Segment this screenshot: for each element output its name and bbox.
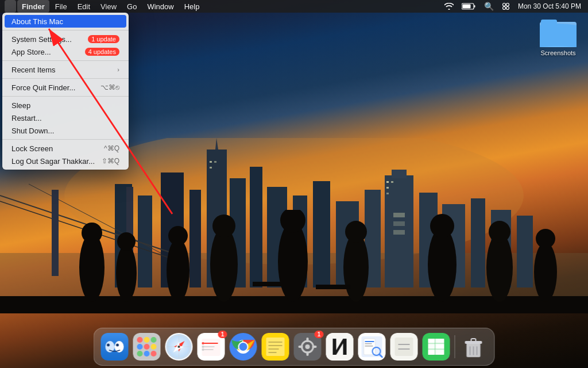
menubar-right: 🔍 Mon 30 Oct 5:40 PM [442,2,583,11]
dock-item-chrome[interactable] [229,332,258,362]
apple-menu-button[interactable] [5,0,16,13]
svg-rect-16 [392,170,407,178]
menubar-search[interactable]: 🔍 [482,2,496,11]
dock-item-preview[interactable] [357,332,387,362]
dock-item-notion[interactable] [325,332,355,362]
system-settings-badge: 1 [315,331,324,338]
menubar-go[interactable]: Go [122,0,141,13]
menubar-datetime[interactable]: Mon 30 Oct 5:40 PM [516,2,583,10]
preview-icon [358,333,386,361]
menu-item-app-store[interactable]: App Store... 4 updates [2,45,129,58]
svg-point-49 [345,221,367,243]
svg-point-107 [239,343,247,351]
svg-point-83 [151,344,157,350]
svg-point-50 [428,227,457,302]
menu-separator-5 [2,139,129,140]
svg-point-42 [167,239,189,302]
menu-item-force-quit[interactable]: Force Quit Finder... ⌥⌘⎋ [2,81,129,94]
svg-rect-126 [365,341,374,342]
menu-item-sleep[interactable]: Sleep [2,99,129,112]
svg-rect-132 [395,338,413,356]
system-settings-badge: 1 update [88,35,119,43]
menu-separator-3 [2,78,129,79]
svg-point-39 [82,223,102,243]
menu-item-shut-down[interactable]: Shut Down... [2,124,129,137]
menubar-finder[interactable]: Finder [17,0,49,13]
dock-item-trash[interactable] [459,332,489,362]
dock-item-numbers[interactable] [421,332,451,362]
menubar-wifi[interactable] [442,3,456,10]
svg-point-116 [305,344,310,349]
svg-rect-141 [428,350,435,355]
dock-item-reminders[interactable]: 1 [196,332,226,362]
svg-rect-117 [307,338,309,342]
dock-item-launchpad[interactable] [132,332,162,362]
svg-rect-128 [365,346,373,347]
svg-point-61 [502,3,505,6]
force-quit-shortcut: ⌥⌘⎋ [100,83,119,91]
menubar-edit[interactable]: Edit [73,0,95,13]
menu-item-lock-screen[interactable]: Lock Screen ^⌘Q [2,142,129,155]
notion-icon [326,333,354,361]
svg-rect-31 [214,161,216,163]
svg-point-51 [430,214,454,238]
svg-rect-34 [391,181,393,183]
folder-svg-icon [540,17,577,47]
svg-point-81 [137,344,143,350]
svg-rect-57 [253,282,293,286]
svg-rect-139 [428,344,435,349]
svg-rect-30 [210,161,212,163]
svg-point-53 [489,221,510,243]
dock-item-notes[interactable] [261,332,291,362]
svg-point-80 [151,337,157,343]
svg-rect-70 [541,20,557,26]
menubar-view[interactable]: View [96,0,121,13]
svg-point-52 [486,233,513,302]
svg-point-94 [178,346,180,348]
menu-item-about[interactable]: About This Mac [5,15,126,28]
svg-rect-96 [202,339,220,356]
reminders-badge: 1 [218,331,227,338]
notes-icon [262,333,289,361]
app-store-badge: 4 updates [85,48,119,56]
menu-separator-1 [2,30,129,30]
safari-icon [165,333,193,361]
svg-rect-32 [210,167,212,168]
svg-point-41 [117,232,136,251]
svg-rect-56 [316,285,350,289]
menubar-window[interactable]: Window [142,0,178,13]
menu-item-system-settings[interactable]: System Settings... 1 update [2,33,129,45]
menu-separator-4 [2,96,129,97]
dock-item-generic1[interactable] [389,332,419,362]
svg-point-54 [534,242,557,302]
svg-rect-33 [386,181,389,183]
chrome-icon [230,333,257,361]
recent-items-arrow: › [117,66,119,73]
menu-item-log-out[interactable]: Log Out Sagar Thakkar... ⇧⌘Q [2,155,129,167]
svg-point-100 [202,342,204,344]
svg-rect-120 [312,346,317,348]
svg-rect-109 [266,338,285,356]
svg-point-46 [278,221,308,302]
dock-item-safari[interactable] [164,332,194,362]
menubar-file[interactable]: File [51,0,72,13]
dock-item-system-settings[interactable]: 1 [293,332,323,362]
screenshots-desktop-icon[interactable]: Screenshots [540,17,577,56]
numbers-icon [423,333,450,361]
svg-rect-36 [386,193,389,194]
svg-point-79 [144,337,150,343]
menu-item-recent-items[interactable]: Recent Items › [2,63,129,76]
dock-item-finder[interactable] [100,332,130,362]
apple-menu-dropdown: About This Mac System Settings... 1 upda… [2,13,129,170]
menubar-control-center[interactable] [500,2,512,10]
menu-separator-2 [2,60,129,61]
svg-rect-127 [365,343,372,344]
svg-point-86 [151,351,157,356]
svg-rect-60 [462,5,470,9]
menu-item-restart[interactable]: Restart... [2,112,129,124]
menubar-left: Finder File Edit View Go Window Help [5,0,204,13]
svg-point-85 [144,351,150,356]
svg-rect-118 [307,351,309,356]
menubar-help[interactable]: Help [180,0,204,13]
menubar-battery[interactable] [459,3,478,10]
